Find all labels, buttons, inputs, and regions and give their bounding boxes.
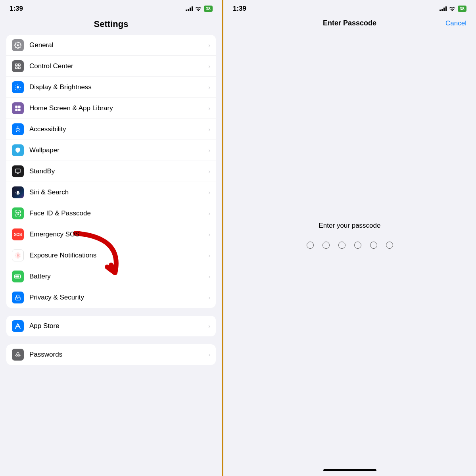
signal-icon	[186, 6, 193, 11]
privacy-label: Privacy & Security	[29, 294, 208, 301]
svg-point-13	[17, 191, 19, 194]
right-status-bar: 1:39 38	[223, 0, 476, 16]
settings-row-emergency-sos[interactable]: SOS Emergency SOS ›	[6, 224, 216, 245]
left-status-icons: 38	[186, 6, 213, 12]
right-signal-icon	[440, 6, 447, 11]
svg-rect-5	[15, 106, 17, 108]
passcode-dot-3	[338, 242, 345, 249]
home-screen-chevron: ›	[208, 105, 210, 111]
accessibility-label: Accessibility	[29, 125, 208, 133]
right-status-icons: 38	[440, 6, 466, 12]
right-battery-icon: 38	[458, 6, 466, 12]
battery-chevron: ›	[208, 273, 210, 280]
display-label: Display & Brightness	[29, 83, 208, 91]
wifi-icon	[195, 6, 202, 12]
settings-row-wallpaper[interactable]: Wallpaper ›	[6, 140, 216, 161]
right-wifi-icon	[449, 6, 455, 12]
svg-rect-10	[15, 169, 20, 173]
control-center-chevron: ›	[208, 63, 210, 69]
app-store-label: App Store	[29, 322, 208, 330]
svg-point-22	[16, 355, 17, 356]
passcode-prompt: Enter your passcode	[319, 222, 381, 230]
home-screen-label: Home Screen & App Library	[29, 104, 208, 112]
passcode-dot-4	[354, 242, 361, 249]
settings-group-1: General › Control Center › Display & Bri…	[6, 35, 216, 308]
face-id-chevron: ›	[208, 210, 210, 217]
standby-label: StandBy	[29, 167, 208, 175]
exposure-label: Exposure Notifications	[29, 251, 208, 259]
settings-row-standby[interactable]: StandBy ›	[6, 161, 216, 182]
passwords-chevron: ›	[208, 351, 210, 358]
svg-point-14	[17, 212, 17, 213]
left-panel: 1:39 38 Settings	[0, 0, 222, 476]
passwords-label: Passwords	[29, 351, 208, 359]
svg-point-16	[17, 254, 19, 257]
exposure-chevron: ›	[208, 252, 210, 259]
right-panel: 1:39 38 Enter Passcode Cancel Enter your…	[223, 0, 476, 476]
enter-passcode-nav: Enter Passcode Cancel	[223, 16, 476, 33]
accessibility-chevron: ›	[208, 126, 210, 132]
settings-list: General › Control Center › Display & Bri…	[0, 35, 222, 476]
settings-row-display[interactable]: Display & Brightness ›	[6, 77, 216, 98]
settings-row-face-id[interactable]: Face ID & Passcode ›	[6, 203, 216, 224]
passcode-dots	[307, 242, 393, 249]
settings-row-siri[interactable]: Siri & Search ›	[6, 182, 216, 203]
svg-point-4	[17, 86, 19, 88]
left-status-time: 1:39	[10, 5, 23, 13]
svg-rect-1	[18, 64, 20, 66]
svg-rect-20	[15, 276, 19, 278]
passcode-dot-5	[370, 242, 377, 249]
passcode-dot-2	[322, 242, 330, 249]
enter-passcode-title: Enter Passcode	[323, 19, 376, 27]
passwords-icon	[12, 349, 24, 361]
home-indicator	[323, 469, 376, 471]
settings-group-3: Passwords ›	[6, 344, 216, 365]
settings-row-app-store[interactable]: App Store ›	[6, 316, 216, 336]
svg-point-23	[18, 355, 20, 356]
battery-label: Battery	[29, 273, 208, 280]
settings-row-accessibility[interactable]: Accessibility ›	[6, 119, 216, 140]
battery-icon: 38	[204, 6, 213, 12]
svg-rect-7	[15, 109, 17, 111]
settings-row-passwords[interactable]: Passwords ›	[6, 344, 216, 365]
face-id-icon	[12, 207, 24, 219]
emergency-sos-chevron: ›	[208, 231, 210, 238]
svg-rect-2	[15, 67, 17, 69]
face-id-label: Face ID & Passcode	[29, 209, 208, 217]
right-status-time: 1:39	[233, 5, 246, 13]
settings-row-privacy[interactable]: Privacy & Security ›	[6, 287, 216, 308]
siri-icon	[12, 186, 24, 198]
standby-icon	[12, 165, 24, 177]
svg-point-9	[17, 127, 19, 128]
settings-group-2: App Store ›	[6, 316, 216, 336]
general-icon	[12, 39, 24, 51]
settings-row-home-screen[interactable]: Home Screen & App Library ›	[6, 98, 216, 119]
privacy-icon	[12, 292, 24, 303]
settings-row-battery[interactable]: Battery ›	[6, 266, 216, 287]
svg-rect-8	[18, 109, 21, 111]
exposure-icon	[12, 250, 24, 261]
control-center-icon	[12, 60, 24, 72]
passcode-dot-6	[386, 242, 393, 249]
svg-rect-6	[18, 106, 21, 108]
settings-row-control-center[interactable]: Control Center ›	[6, 56, 216, 77]
siri-chevron: ›	[208, 189, 210, 196]
general-label: General	[29, 41, 208, 49]
standby-chevron: ›	[208, 168, 210, 175]
app-store-chevron: ›	[208, 323, 210, 329]
svg-point-15	[18, 212, 19, 213]
cancel-button[interactable]: Cancel	[445, 19, 466, 27]
wallpaper-chevron: ›	[208, 147, 210, 154]
display-chevron: ›	[208, 84, 210, 90]
battery-settings-icon	[12, 271, 24, 282]
control-center-label: Control Center	[29, 62, 208, 70]
settings-title: Settings	[0, 16, 222, 35]
privacy-chevron: ›	[208, 294, 210, 301]
settings-row-exposure[interactable]: Exposure Notifications ›	[6, 245, 216, 266]
general-chevron: ›	[208, 42, 210, 48]
left-status-bar: 1:39 38	[0, 0, 222, 16]
passcode-dot-1	[307, 242, 314, 249]
emergency-sos-icon: SOS	[12, 228, 24, 240]
app-store-icon	[12, 320, 24, 332]
settings-row-general[interactable]: General ›	[6, 35, 216, 56]
